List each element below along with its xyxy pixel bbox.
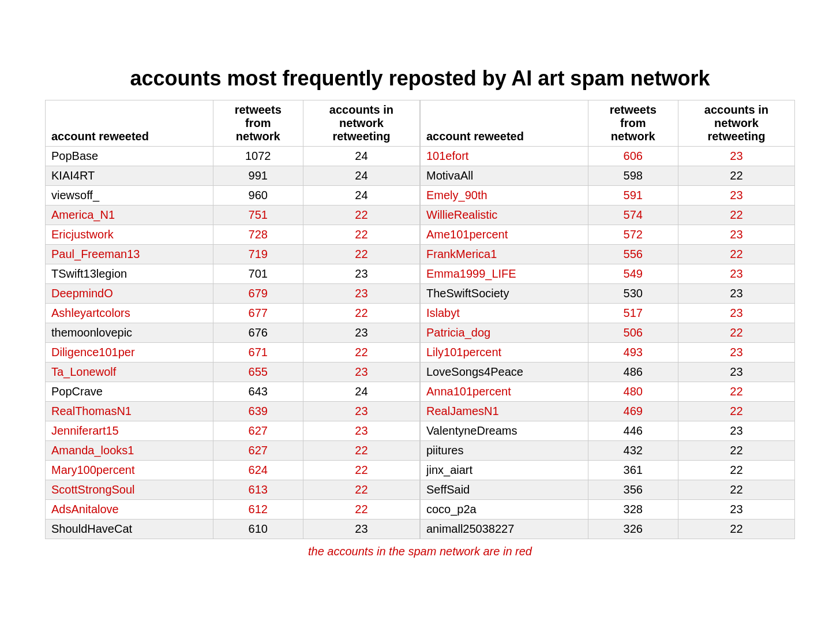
accounts-in-count: 23 [678,342,794,362]
accounts-in-count: 23 [678,146,794,166]
table-row: DeepmindO 679 23 [46,283,420,303]
account-name: piitures [421,440,588,460]
table-row: ShouldHaveCat 610 23 [46,519,420,539]
account-name: Emely_90th [421,185,588,205]
account-name: Ame101percent [421,225,588,244]
table-row: PopBase 1072 24 [46,146,420,166]
accounts-in-count: 24 [303,185,419,205]
table-row: RealThomasN1 639 23 [46,401,420,421]
account-name: Paul_Freeman13 [46,244,213,264]
table-row: Ashleyartcolors 677 22 [46,303,420,323]
right-header-accounts-in: accounts innetworkretweeting [678,100,794,146]
accounts-in-count: 23 [303,323,419,342]
accounts-in-count: 22 [678,205,794,225]
account-name: animall25038227 [421,519,588,539]
accounts-in-count: 24 [303,146,419,166]
account-name: Emma1999_LIFE [421,264,588,283]
retweets-count: 480 [588,382,678,401]
tables-wrapper: account reweeted retweetsfromnetwork acc… [45,100,795,539]
accounts-in-count: 23 [678,185,794,205]
accounts-in-count: 24 [303,382,419,401]
accounts-in-count: 22 [678,519,794,539]
page-title: accounts most frequently reposted by AI … [45,66,795,91]
accounts-in-count: 22 [678,480,794,499]
table-row: themoonlovepic 676 23 [46,323,420,342]
retweets-count: 556 [588,244,678,264]
account-name: KIAI4RT [46,166,213,185]
account-name: TheSwiftSociety [421,283,588,303]
retweets-count: 612 [213,499,303,519]
retweets-count: 606 [588,146,678,166]
retweets-count: 572 [588,225,678,244]
accounts-in-count: 23 [678,264,794,283]
account-name: ScottStrongSoul [46,480,213,499]
retweets-count: 506 [588,323,678,342]
account-name: themoonlovepic [46,323,213,342]
retweets-count: 624 [213,460,303,480]
retweets-count: 517 [588,303,678,323]
account-name: RealJamesN1 [421,401,588,421]
accounts-in-count: 23 [303,519,419,539]
accounts-in-count: 22 [678,166,794,185]
table-row: TheSwiftSociety 530 23 [421,283,795,303]
retweets-count: 530 [588,283,678,303]
table-row: 101efort 606 23 [421,146,795,166]
retweets-count: 643 [213,382,303,401]
table-row: PopCrave 643 24 [46,382,420,401]
retweets-count: 671 [213,342,303,362]
accounts-in-count: 23 [678,421,794,440]
table-row: Lily101percent 493 23 [421,342,795,362]
retweets-count: 960 [213,185,303,205]
table-row: Diligence101per 671 22 [46,342,420,362]
account-name: PopBase [46,146,213,166]
accounts-in-count: 22 [678,244,794,264]
accounts-in-count: 22 [303,342,419,362]
account-name: MotivaAll [421,166,588,185]
retweets-count: 676 [213,323,303,342]
retweets-count: 728 [213,225,303,244]
accounts-in-count: 22 [303,440,419,460]
account-name: ValentyneDreams [421,421,588,440]
account-name: America_N1 [46,205,213,225]
account-name: jinx_aiart [421,460,588,480]
account-name: ShouldHaveCat [46,519,213,539]
retweets-count: 598 [588,166,678,185]
account-name: coco_p2a [421,499,588,519]
table-row: Paul_Freeman13 719 22 [46,244,420,264]
accounts-in-count: 23 [678,303,794,323]
table-row: Ericjustwork 728 22 [46,225,420,244]
retweets-count: 432 [588,440,678,460]
table-row: Mary100percent 624 22 [46,460,420,480]
table-row: SeffSaid 356 22 [421,480,795,499]
accounts-in-count: 22 [303,480,419,499]
retweets-count: 719 [213,244,303,264]
accounts-in-count: 22 [678,401,794,421]
table-row: America_N1 751 22 [46,205,420,225]
table-row: LoveSongs4Peace 486 23 [421,362,795,382]
account-name: viewsoff_ [46,185,213,205]
retweets-count: 627 [213,440,303,460]
left-header-accounts-in: accounts innetworkretweeting [303,100,419,146]
retweets-count: 679 [213,283,303,303]
right-table: account reweeted retweetsfromnetwork acc… [420,100,795,539]
accounts-in-count: 22 [678,323,794,342]
account-name: Jenniferart15 [46,421,213,440]
retweets-count: 486 [588,362,678,382]
account-name: Ta_Lonewolf [46,362,213,382]
table-row: WillieRealistic 574 22 [421,205,795,225]
accounts-in-count: 22 [678,382,794,401]
retweets-count: 627 [213,421,303,440]
table-row: TSwift13legion 701 23 [46,264,420,283]
retweets-count: 701 [213,264,303,283]
retweets-count: 655 [213,362,303,382]
account-name: 101efort [421,146,588,166]
footer-note: the accounts in the spam network are in … [45,545,795,558]
table-row: jinx_aiart 361 22 [421,460,795,480]
retweets-count: 361 [588,460,678,480]
left-table: account reweeted retweetsfromnetwork acc… [45,100,420,539]
accounts-in-count: 22 [303,225,419,244]
left-header-account: account reweeted [46,100,213,146]
account-name: FrankMerica1 [421,244,588,264]
retweets-count: 469 [588,401,678,421]
retweets-count: 446 [588,421,678,440]
